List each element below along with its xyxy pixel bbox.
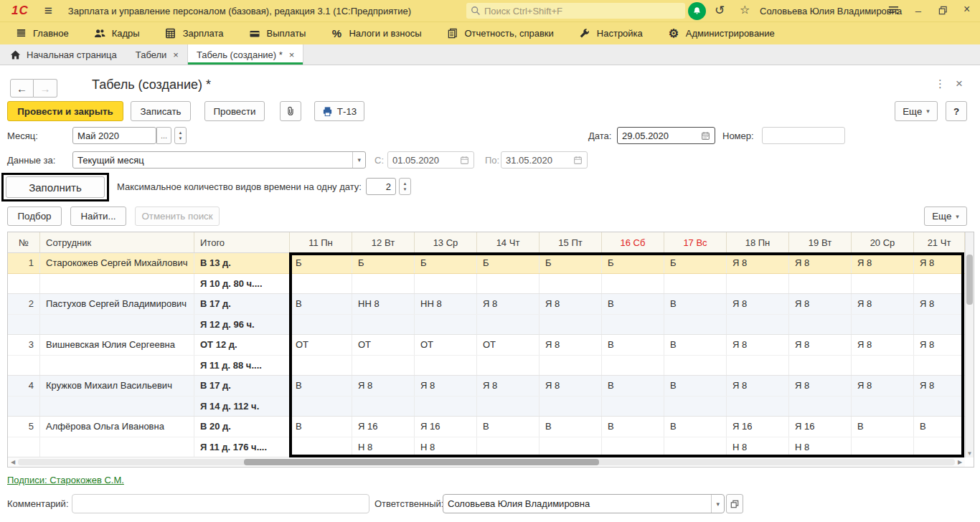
day-cell[interactable]	[914, 397, 965, 417]
total-cell[interactable]: Я 10 д. 80 ч....	[194, 274, 290, 294]
total-cell[interactable]: В 17 д.	[194, 376, 290, 396]
day-cell[interactable]	[727, 274, 789, 294]
day-cell[interactable]	[602, 397, 664, 417]
notifications-button[interactable]	[688, 2, 706, 20]
employee-cell[interactable]	[40, 397, 194, 417]
day-cell[interactable]: В	[664, 335, 727, 355]
day-cell[interactable]: Я 8	[540, 335, 602, 355]
day-cell[interactable]: Б	[602, 253, 664, 273]
day-cell[interactable]	[540, 397, 602, 417]
employee-cell[interactable]	[40, 274, 194, 294]
row-number-cell[interactable]	[8, 274, 40, 294]
day-cell[interactable]: Н 8	[727, 437, 789, 457]
day-cell[interactable]	[664, 356, 727, 376]
day-cell[interactable]: Я 16	[727, 417, 789, 437]
day-cell[interactable]	[789, 274, 852, 294]
open-responsible-button[interactable]	[726, 494, 743, 513]
max-kinds-spinner[interactable]: ▲▼	[399, 178, 411, 195]
period-from-input[interactable]: 01.05.2020	[387, 151, 474, 169]
horizontal-scrollbar-thumb[interactable]	[244, 459, 599, 465]
total-cell[interactable]: Я 12 д. 96 ч.	[194, 315, 290, 335]
day-cell[interactable]: Я 8	[477, 376, 540, 396]
row-number-cell[interactable]: 2	[8, 294, 40, 314]
day-cell[interactable]: Я 16	[352, 417, 415, 437]
find-button[interactable]: Найти...	[70, 207, 126, 226]
horizontal-scrollbar-track[interactable]	[18, 459, 955, 465]
table-row-1-line2[interactable]: Я 10 д. 80 ч....	[8, 274, 974, 295]
day-cell[interactable]: Я 8	[415, 376, 477, 396]
row-number-cell[interactable]: 4	[8, 376, 40, 396]
day-cell[interactable]	[602, 274, 664, 294]
service-menu-icon[interactable]	[887, 5, 900, 16]
write-button[interactable]: Записать	[131, 101, 191, 121]
day-cell[interactable]	[477, 274, 540, 294]
day-cell[interactable]: В	[602, 376, 664, 396]
day-cell[interactable]	[352, 356, 415, 376]
table-row-4-line1[interactable]: 4Кружков Михаил ВасильевичВ 17 д.ВЯ 8Я 8…	[8, 376, 974, 397]
day-cell[interactable]	[852, 397, 914, 417]
table-row-3-line1[interactable]: 3Вишневская Юлия СергеевнаОТ 12 д.ОТОТОТ…	[8, 335, 974, 356]
table-row-1-line1[interactable]: 1Старокожев Сергей МихайловичВ 13 д.ББББ…	[8, 253, 974, 274]
day-cell[interactable]: Б	[415, 253, 477, 273]
vertical-scrollbar[interactable]: ▼	[965, 232, 974, 457]
day-cell[interactable]: Я 8	[789, 335, 852, 355]
day-cell[interactable]	[415, 315, 477, 335]
total-cell[interactable]: В 13 д.	[194, 253, 290, 273]
day-cell[interactable]: В	[540, 417, 602, 437]
day-cell[interactable]	[664, 397, 727, 417]
day-cell[interactable]	[789, 397, 852, 417]
month-input[interactable]: Май 2020	[72, 127, 156, 144]
table-row-5-line1[interactable]: 5Алфёрова Ольга ИвановнаВ 20 д.ВЯ 16Я 16…	[8, 417, 974, 437]
day-cell[interactable]: В	[914, 417, 965, 437]
back-arrow-button[interactable]: ←	[10, 79, 34, 98]
day-cell[interactable]: В	[664, 417, 727, 437]
day-cell[interactable]: ОТ	[415, 335, 477, 355]
day-cell[interactable]	[852, 274, 914, 294]
table-row-2-line1[interactable]: 2Пастухов Сергей ВладимировичВ 17 д.ВНН …	[8, 294, 974, 315]
day-cell[interactable]: Б	[477, 253, 540, 273]
vertical-scrollbar-thumb[interactable]	[966, 255, 973, 305]
print-t13-button[interactable]: Т-13	[314, 101, 364, 121]
day-cell[interactable]: Н 8	[789, 437, 852, 457]
dropdown-chevron-icon[interactable]: ▾	[352, 152, 365, 168]
row-number-cell[interactable]: 5	[8, 417, 40, 437]
day-cell[interactable]: Я 8	[540, 376, 602, 396]
day-cell[interactable]	[540, 437, 602, 457]
scroll-left-icon[interactable]: ◀	[8, 459, 18, 465]
menu-item-2[interactable]: Кадры	[93, 28, 140, 39]
main-menu-icon[interactable]: ≡	[44, 3, 52, 19]
day-cell[interactable]: Я 8	[727, 376, 789, 396]
day-cell[interactable]: В	[664, 376, 727, 396]
total-cell[interactable]: Я 14 д. 112 ч.	[194, 397, 290, 417]
day-cell[interactable]	[602, 356, 664, 376]
employee-cell[interactable]	[40, 315, 194, 335]
day-cell[interactable]: Я 8	[914, 335, 965, 355]
day-cell[interactable]	[415, 397, 477, 417]
employee-cell[interactable]	[40, 356, 194, 376]
employee-cell[interactable]: Старокожев Сергей Михайлович	[40, 253, 194, 273]
tab-close-icon[interactable]: ×	[173, 49, 179, 60]
day-cell[interactable]: Я 16	[415, 417, 477, 437]
day-cell[interactable]	[415, 356, 477, 376]
day-cell[interactable]	[540, 356, 602, 376]
day-cell[interactable]	[727, 397, 789, 417]
day-cell[interactable]: ОТ	[290, 335, 352, 355]
day-cell[interactable]	[914, 274, 965, 294]
day-cell[interactable]: В	[602, 335, 664, 355]
current-user[interactable]: Соловьева Юлия Владимировна	[760, 6, 902, 16]
data-for-combo[interactable]: Текущий месяц ▾	[72, 151, 366, 169]
row-number-cell[interactable]	[8, 437, 40, 457]
menu-item-8[interactable]: ⚙Администрирование	[667, 27, 775, 40]
employee-cell[interactable]: Алфёрова Ольга Ивановна	[40, 417, 194, 437]
menu-item-5[interactable]: %Налоги и взносы	[330, 27, 421, 39]
attachments-button[interactable]	[280, 101, 301, 121]
day-cell[interactable]: Я 8	[789, 294, 852, 314]
post-and-close-button[interactable]: Провести и закрыть	[7, 101, 123, 121]
day-cell[interactable]	[789, 315, 852, 335]
employee-cell[interactable]: Кружков Михаил Васильевич	[40, 376, 194, 396]
day-cell[interactable]	[352, 274, 415, 294]
menu-item-4[interactable]: Выплаты	[248, 28, 306, 39]
table-row-5-line2[interactable]: Я 11 д. 176 ч....Н 8Н 8Н 8Н 8	[8, 437, 974, 458]
menu-item-1[interactable]: Главное	[14, 28, 69, 39]
number-input[interactable]	[762, 127, 845, 144]
